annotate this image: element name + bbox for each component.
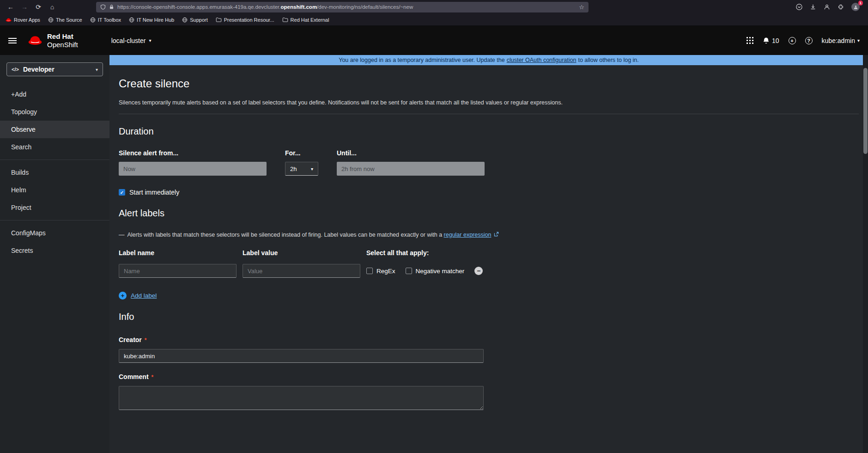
globe-icon <box>182 17 188 23</box>
info-heading: Info <box>119 312 859 322</box>
duration-fields: Silence alert from... For... 2h ▾ Until.… <box>119 149 859 176</box>
username: kube:admin <box>822 37 855 44</box>
remove-label-minus-circle-icon[interactable]: − <box>474 267 483 275</box>
sidebar-item-add[interactable]: +Add <box>0 86 109 103</box>
regex-checkbox[interactable] <box>366 268 373 274</box>
url-bar[interactable]: https://console-openshift-console.apps.e… <box>96 2 589 12</box>
home-icon[interactable]: ⌂ <box>46 1 58 12</box>
app-launcher-grid-icon[interactable] <box>747 37 753 44</box>
forward-icon[interactable]: → <box>18 1 30 12</box>
temp-admin-banner: You are logged in as a temporary adminis… <box>109 55 868 65</box>
account-icon[interactable] <box>824 4 830 10</box>
bookmark-presentation-resources-folder[interactable]: Presentation Resour... <box>216 17 274 23</box>
bookmark-rover-apps[interactable]: Rover Apps <box>6 17 40 23</box>
firefox-profile-avatar[interactable]: 1 <box>851 3 860 11</box>
nav-toggle-hamburger-icon[interactable] <box>8 38 17 43</box>
question-circle-icon: ? <box>805 37 813 44</box>
sidebar-item-topology[interactable]: Topology <box>0 103 109 121</box>
silence-until-field: Until... <box>337 149 485 176</box>
chevron-down-icon: ▾ <box>857 38 860 43</box>
banner-text-before: You are logged in as a temporary adminis… <box>339 57 504 63</box>
bookmark-label: Red Hat External <box>291 17 329 23</box>
user-menu-dropdown[interactable]: kube:admin ▾ <box>822 37 860 44</box>
sidebar-item-configmaps[interactable]: ConfigMaps <box>0 224 109 242</box>
silence-from-label: Silence alert from... <box>119 149 267 157</box>
collapse-dash-icon[interactable]: — <box>119 232 125 238</box>
cluster-selector-dropdown[interactable]: local-cluster ▾ <box>111 37 152 44</box>
back-icon[interactable]: ← <box>5 1 17 12</box>
notification-bell[interactable]: 10 <box>763 37 779 44</box>
page-title: Create silence <box>119 77 859 90</box>
negative-matcher-checkbox[interactable] <box>406 268 412 274</box>
sidebar-item-project[interactable]: Project <box>0 199 109 216</box>
help-button[interactable]: ? <box>805 37 813 44</box>
url-domain: openshift.com <box>281 4 317 10</box>
perspective-label: Developer <box>23 66 55 73</box>
silence-until-input[interactable] <box>337 162 485 176</box>
globe-icon <box>129 17 134 23</box>
label-matchers-grid: Label name Label value Select all that a… <box>119 249 859 278</box>
add-circle-icon[interactable]: + <box>119 292 127 300</box>
scrollbar-thumb[interactable] <box>863 68 868 154</box>
notification-count: 10 <box>772 37 779 44</box>
bookmark-red-hat-external-folder[interactable]: Red Hat External <box>282 17 329 23</box>
creator-label: Creator <box>119 336 142 343</box>
page-description: Silences temporarily mute alerts based o… <box>119 99 859 106</box>
sidebar-item-label: Project <box>11 204 31 211</box>
brand-text: Red Hat OpenShift <box>47 32 78 49</box>
side-navigation: </> Developer ▾ +Add Topology Observe Se… <box>0 55 109 453</box>
sidebar-item-secrets[interactable]: Secrets <box>0 242 109 259</box>
required-asterisk: * <box>145 337 147 343</box>
bookmark-it-toolbox[interactable]: IT Toolbox <box>90 17 121 23</box>
sidebar-divider <box>0 159 109 160</box>
downloads-icon[interactable] <box>810 4 816 10</box>
cluster-name: local-cluster <box>111 37 146 44</box>
creator-label-row: Creator * <box>119 336 859 343</box>
brand-line1: Red Hat <box>47 32 78 40</box>
label-name-header: Label name <box>119 249 237 257</box>
sidebar-item-label: Builds <box>11 169 29 176</box>
bookmark-label: Presentation Resour... <box>224 17 274 23</box>
oauth-configuration-link[interactable]: cluster OAuth configuration <box>507 57 577 63</box>
reload-icon[interactable]: ⟳ <box>32 1 44 12</box>
pocket-icon[interactable] <box>796 4 802 10</box>
silence-from-input[interactable] <box>119 162 267 176</box>
bookmarks-bar: Rover Apps The Source IT Toolbox IT New … <box>0 14 868 26</box>
perspective-switcher-dropdown[interactable]: </> Developer ▾ <box>6 62 103 76</box>
negative-matcher-label: Negative matcher <box>416 268 465 275</box>
sidebar-item-label: Search <box>11 143 31 151</box>
sidebar-item-label: +Add <box>11 91 26 98</box>
sidebar-item-search[interactable]: Search <box>0 138 109 156</box>
alert-labels-heading: Alert labels <box>119 208 859 219</box>
start-immediately-checkbox[interactable] <box>119 189 125 196</box>
label-value-input[interactable] <box>243 264 360 278</box>
bookmark-support[interactable]: Support <box>182 17 208 23</box>
extensions-icon[interactable] <box>838 4 844 10</box>
openshift-masthead: Red Hat OpenShift local-cluster ▾ 10 + ?… <box>0 26 868 55</box>
start-immediately-row: Start immediately <box>119 189 859 196</box>
comment-textarea[interactable] <box>119 386 484 410</box>
sidebar-item-label: Helm <box>11 186 26 194</box>
sidebar-item-observe[interactable]: Observe <box>0 121 109 138</box>
lock-icon[interactable] <box>109 4 114 10</box>
helper-text-body: Alerts with labels that match these sele… <box>127 232 444 238</box>
browser-actions: 1 <box>796 3 863 11</box>
bookmark-it-new-hire-hub[interactable]: IT New Hire Hub <box>129 17 174 23</box>
duration-for-select[interactable]: 2h ▾ <box>285 162 318 176</box>
bookmark-star-icon[interactable]: ☆ <box>579 4 584 11</box>
regular-expression-link[interactable]: regular expression <box>444 232 492 238</box>
bookmark-the-source[interactable]: The Source <box>48 17 82 23</box>
sidebar-item-builds[interactable]: Builds <box>0 164 109 181</box>
sidebar-item-helm[interactable]: Helm <box>0 181 109 199</box>
tracking-shield-icon[interactable] <box>100 4 106 10</box>
creator-input[interactable] <box>119 349 484 363</box>
quick-create-button[interactable]: + <box>789 37 796 44</box>
bookmark-label: The Source <box>56 17 82 23</box>
add-label-link[interactable]: Add label <box>131 292 157 299</box>
chevron-down-icon: ▾ <box>311 166 313 171</box>
globe-icon <box>48 17 54 23</box>
section-divider <box>119 114 859 114</box>
bookmark-label: IT Toolbox <box>98 17 121 23</box>
folder-icon <box>216 17 222 22</box>
label-name-input[interactable] <box>119 264 237 278</box>
